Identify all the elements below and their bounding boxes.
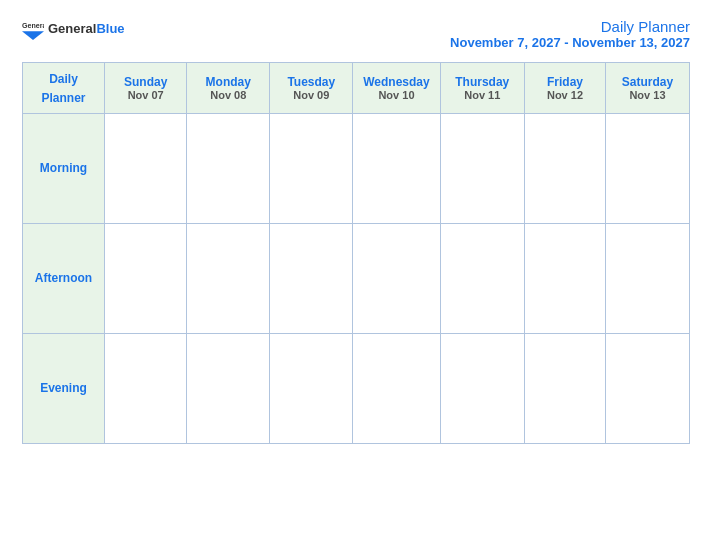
afternoon-saturday[interactable] — [605, 223, 689, 333]
thursday-name: Thursday — [445, 75, 521, 89]
friday-name: Friday — [529, 75, 601, 89]
afternoon-sunday[interactable] — [105, 223, 187, 333]
saturday-date: Nov 13 — [610, 89, 685, 101]
header-label-line2: Planner — [41, 91, 85, 105]
monday-date: Nov 08 — [191, 89, 265, 101]
morning-tuesday[interactable] — [270, 113, 353, 223]
evening-tuesday[interactable] — [270, 333, 353, 443]
logo-area: General GeneralBlue — [22, 18, 125, 40]
table-header-label: Daily Planner — [23, 63, 105, 114]
afternoon-friday[interactable] — [525, 223, 606, 333]
morning-monday[interactable] — [187, 113, 270, 223]
evening-thursday[interactable] — [440, 333, 525, 443]
evening-monday[interactable] — [187, 333, 270, 443]
morning-wednesday[interactable] — [353, 113, 440, 223]
morning-thursday[interactable] — [440, 113, 525, 223]
morning-sunday[interactable] — [105, 113, 187, 223]
col-tuesday: Tuesday Nov 09 — [270, 63, 353, 114]
wednesday-date: Nov 10 — [357, 89, 435, 101]
page: General GeneralBlue Daily Planner Novemb… — [0, 0, 712, 550]
col-thursday: Thursday Nov 11 — [440, 63, 525, 114]
monday-name: Monday — [191, 75, 265, 89]
afternoon-monday[interactable] — [187, 223, 270, 333]
planner-table: Daily Planner Sunday Nov 07 Monday Nov 0… — [22, 62, 690, 444]
sunday-date: Nov 07 — [109, 89, 182, 101]
evening-wednesday[interactable] — [353, 333, 440, 443]
col-sunday: Sunday Nov 07 — [105, 63, 187, 114]
afternoon-row: Afternoon — [23, 223, 690, 333]
afternoon-tuesday[interactable] — [270, 223, 353, 333]
generalblue-icon: General — [22, 18, 44, 40]
evening-friday[interactable] — [525, 333, 606, 443]
svg-marker-1 — [22, 31, 44, 40]
tuesday-date: Nov 09 — [274, 89, 348, 101]
evening-saturday[interactable] — [605, 333, 689, 443]
friday-date: Nov 12 — [529, 89, 601, 101]
col-saturday: Saturday Nov 13 — [605, 63, 689, 114]
morning-row: Morning — [23, 113, 690, 223]
thursday-date: Nov 11 — [445, 89, 521, 101]
wednesday-name: Wednesday — [357, 75, 435, 89]
afternoon-label: Afternoon — [23, 223, 105, 333]
header-label-line1: Daily — [49, 72, 78, 86]
header: General GeneralBlue Daily Planner Novemb… — [22, 18, 690, 50]
col-wednesday: Wednesday Nov 10 — [353, 63, 440, 114]
evening-label: Evening — [23, 333, 105, 443]
tuesday-name: Tuesday — [274, 75, 348, 89]
col-friday: Friday Nov 12 — [525, 63, 606, 114]
saturday-name: Saturday — [610, 75, 685, 89]
logo-text: GeneralBlue — [48, 21, 125, 37]
morning-saturday[interactable] — [605, 113, 689, 223]
main-title: Daily Planner — [450, 18, 690, 35]
afternoon-thursday[interactable] — [440, 223, 525, 333]
title-area: Daily Planner November 7, 2027 - Novembe… — [450, 18, 690, 50]
morning-friday[interactable] — [525, 113, 606, 223]
sunday-name: Sunday — [109, 75, 182, 89]
afternoon-wednesday[interactable] — [353, 223, 440, 333]
evening-row: Evening — [23, 333, 690, 443]
morning-label: Morning — [23, 113, 105, 223]
evening-sunday[interactable] — [105, 333, 187, 443]
col-monday: Monday Nov 08 — [187, 63, 270, 114]
date-range: November 7, 2027 - November 13, 2027 — [450, 35, 690, 50]
svg-text:General: General — [22, 22, 44, 29]
